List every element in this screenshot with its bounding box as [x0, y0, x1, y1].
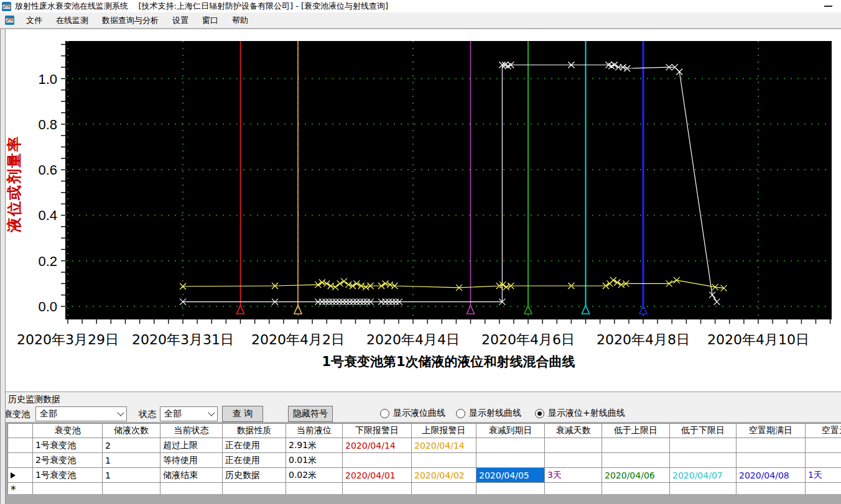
table-cell[interactable] [670, 453, 736, 468]
table-cell[interactable] [545, 483, 602, 495]
table-cell[interactable] [223, 483, 286, 495]
table-cell[interactable]: 2020/04/05 [476, 468, 545, 483]
table-cell[interactable]: 1号衰变池 [33, 438, 103, 453]
table-cell[interactable]: 2.91米 [286, 438, 343, 453]
table-cell[interactable]: 1号衰变池 [33, 468, 103, 483]
menu-data-query-analysis[interactable]: 数据查询与分析 [95, 12, 165, 28]
row-indicator-cell[interactable] [8, 453, 33, 468]
window-title: 放射性废水衰变池在线监测系统 [技术支持:上海仁日辐射防护设备有限公司] - [… [15, 1, 388, 12]
table-cell[interactable] [806, 453, 841, 468]
status-filter-label: 状态 [139, 409, 156, 420]
table-cell[interactable] [545, 438, 602, 453]
pool-filter-select[interactable]: 全部 [35, 406, 127, 421]
radio-show-level-curve[interactable]: 显示液位曲线 [380, 408, 445, 419]
y-axis-label: 液位或剂量率 [6, 135, 23, 233]
column-header[interactable]: 当前状态 [160, 424, 223, 438]
row-indicator-header[interactable] [8, 424, 33, 438]
table-cell[interactable]: 2020/04/14 [343, 438, 412, 453]
table-cell[interactable]: 2号衰变池 [33, 453, 103, 468]
table-cell[interactable] [736, 483, 806, 495]
table-cell[interactable] [602, 483, 670, 495]
table-cell[interactable]: 等待使用 [160, 453, 223, 468]
column-header[interactable]: 空置天数 [806, 424, 841, 438]
table-cell[interactable]: 储液结束 [160, 468, 223, 483]
table-cell[interactable]: 历史数据 [223, 468, 286, 483]
status-filter-select[interactable]: 全部 [160, 406, 218, 421]
table-cell[interactable]: 2020/04/02 [412, 468, 476, 483]
column-header[interactable]: 衰变池 [33, 424, 103, 438]
radio-icon [380, 409, 389, 418]
table-cell[interactable] [670, 483, 736, 495]
hide-symbols-button[interactable]: 隐藏符号 [288, 406, 333, 422]
table-cell[interactable]: 1 [103, 453, 160, 468]
column-header[interactable]: 空置期满日 [736, 424, 806, 438]
column-header[interactable]: 衰减到期日 [476, 424, 545, 438]
table-cell[interactable] [343, 453, 412, 468]
history-data-panel: 历史监测数据 衰变池 全部 状态 全部 查 询 隐藏符号 显示液位曲线 显示射线… [0, 392, 841, 504]
x-tick-label: 2020年3月29日 [17, 332, 119, 347]
table-cell[interactable]: 1 [103, 468, 160, 483]
y-tick-label: 0.0 [38, 299, 57, 314]
column-header[interactable]: 当前液位 [286, 424, 343, 438]
table-cell[interactable] [476, 438, 545, 453]
table-cell[interactable]: 0.02米 [286, 468, 343, 483]
minimize-icon[interactable] [824, 6, 832, 7]
column-header[interactable]: 下限报警日 [343, 424, 412, 438]
table-cell[interactable] [476, 483, 545, 495]
column-header[interactable]: 衰减天数 [545, 424, 602, 438]
table-cell[interactable]: 正在使用 [223, 438, 286, 453]
radio-show-level-plus-ray-curve[interactable]: 显示液位+射线曲线 [535, 408, 625, 419]
table-cell[interactable] [103, 483, 160, 495]
menu-settings[interactable]: 设置 [165, 12, 195, 28]
table-cell[interactable] [806, 438, 841, 453]
menu-online-monitor[interactable]: 在线监测 [49, 12, 95, 28]
table-cell[interactable] [545, 453, 602, 468]
table-cell[interactable] [412, 483, 476, 495]
table-cell[interactable]: 2020/04/01 [343, 468, 412, 483]
table-cell[interactable]: 2020/04/14 [412, 438, 476, 453]
table-cell[interactable] [670, 438, 736, 453]
row-indicator-cell[interactable] [8, 438, 33, 453]
column-header[interactable]: 低于上限日 [602, 424, 670, 438]
radio-show-ray-curve[interactable]: 显示射线曲线 [456, 408, 521, 419]
column-header[interactable]: 低于下限日 [670, 424, 736, 438]
table-cell[interactable] [476, 453, 545, 468]
table-cell[interactable] [412, 453, 476, 468]
table-cell[interactable] [160, 483, 223, 495]
table-cell[interactable]: 2020/04/08 [736, 468, 806, 483]
menu-bar: RnRi 文件 在线监测 数据查询与分析 设置 窗口 帮助 [0, 12, 841, 29]
column-header[interactable]: 储液次数 [103, 424, 160, 438]
table-cell[interactable] [602, 453, 670, 468]
row-indicator-cell[interactable] [8, 468, 33, 483]
table-cell[interactable] [736, 438, 806, 453]
table-cell[interactable] [33, 483, 103, 495]
row-indicator-cell[interactable]: * [8, 483, 33, 495]
svg-text:RnRi: RnRi [7, 19, 13, 22]
table-cell[interactable]: 2020/04/06 [602, 468, 670, 483]
menu-window[interactable]: 窗口 [195, 12, 225, 28]
table-cell[interactable]: 1天 [806, 468, 841, 483]
y-tick-label: 1.0 [38, 71, 57, 87]
table-cell[interactable]: 3天 [545, 468, 602, 483]
table-cell[interactable]: 2 [103, 438, 160, 453]
x-tick-label: 2020年4月6日 [481, 332, 575, 347]
table-cell[interactable]: 超过上限 [160, 438, 223, 453]
table-cell[interactable] [736, 453, 806, 468]
table-cell[interactable]: 0.01米 [286, 453, 343, 468]
radio-label: 显示液位+射线曲线 [548, 408, 625, 419]
table-cell[interactable] [286, 483, 343, 495]
column-header[interactable]: 上限报警日 [412, 424, 476, 438]
menu-help[interactable]: 帮助 [225, 12, 255, 28]
table-row: * [8, 483, 841, 495]
plot-background [65, 41, 832, 319]
radio-icon [456, 409, 465, 418]
column-header[interactable]: 数据性质 [223, 424, 286, 438]
table-cell[interactable] [602, 438, 670, 453]
table-cell[interactable] [343, 483, 412, 495]
query-button[interactable]: 查 询 [222, 406, 263, 422]
y-tick-label: 0.4 [38, 208, 57, 223]
menu-file[interactable]: 文件 [19, 12, 49, 28]
table-cell[interactable]: 2020/04/07 [670, 468, 736, 483]
table-cell[interactable]: 正在使用 [223, 453, 286, 468]
table-cell[interactable] [806, 483, 841, 495]
